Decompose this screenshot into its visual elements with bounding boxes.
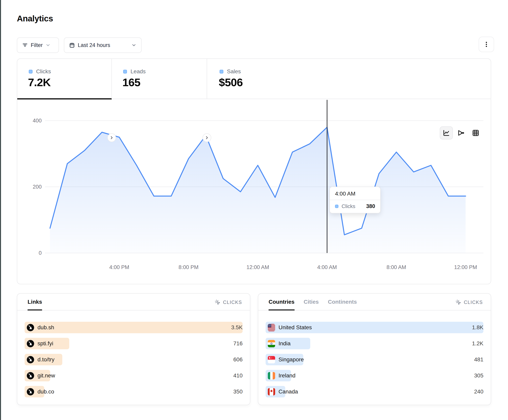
item-value: 410	[233, 370, 243, 381]
clicks-time-series-chart[interactable]: 0200400 4:00 PM8:00 PM12:00 AM4:00 AM8:0…	[17, 99, 491, 284]
stat-label: Sales	[227, 68, 241, 75]
item-label: Ireland	[278, 372, 296, 379]
links-list: dub.sh 3.5K spti.fyi 716 d.to/try 606 gi…	[17, 311, 250, 398]
y-axis-tick: 0	[39, 250, 42, 256]
flag-us-icon	[268, 324, 275, 331]
dub-logo-icon	[27, 372, 34, 379]
analytics-card: Clicks 7.2K Leads 165 Sales $506	[17, 58, 491, 284]
countries-metric-label: CLICKS	[464, 300, 483, 305]
links-panel-header: Links CLICKS	[17, 294, 250, 311]
item-label: dub.co	[37, 389, 54, 395]
countries-metric-selector[interactable]: CLICKS	[456, 299, 483, 310]
filter-button[interactable]: Filter	[17, 37, 59, 53]
stat-value: 7.2K	[28, 76, 51, 89]
item-value: 606	[233, 354, 243, 365]
dub-logo-icon	[27, 324, 34, 331]
countries-panel-header: CountriesCitiesContinents CLICKS	[258, 294, 491, 311]
tab-leads[interactable]: Leads 165	[112, 59, 207, 99]
item-label: git.new	[37, 372, 55, 379]
page-title: Analytics	[17, 14, 53, 23]
dub-logo-icon	[27, 356, 34, 363]
x-axis-tick: 4:00 AM	[317, 264, 337, 270]
item-value: 481	[474, 354, 483, 365]
list-item[interactable]: dub.sh 3.5K	[25, 322, 243, 333]
countries-list: United States 1.8K India 1.2K Singapore …	[258, 311, 491, 398]
leads-legend-square-icon	[123, 70, 127, 73]
clicks-legend-square-icon	[29, 70, 32, 73]
list-item[interactable]: India 1.2K	[266, 338, 483, 349]
stat-label: Leads	[131, 68, 146, 75]
links-panel: Links CLICKS dub.sh 3.5K spti.fyi 716 d.…	[17, 293, 250, 405]
list-item[interactable]: Singapore 481	[266, 354, 483, 365]
date-range-label: Last 24 hours	[78, 42, 110, 48]
list-item[interactable]: United States 1.8K	[266, 322, 483, 333]
sales-legend-square-icon	[220, 70, 223, 73]
chevron-down-icon	[45, 43, 51, 48]
list-item[interactable]: d.to/try 606	[25, 354, 243, 365]
item-label: Canada	[278, 389, 298, 395]
list-item[interactable]: Ireland 305	[266, 370, 483, 381]
flag-ca-icon	[268, 388, 275, 395]
cursor-click-icon	[456, 299, 461, 305]
dub-logo-icon	[27, 340, 34, 347]
area-chart-canvas: 0200400 4:00 PM8:00 PM12:00 AM4:00 AM8:0…	[17, 99, 491, 284]
kebab-menu-icon	[483, 41, 490, 48]
list-item[interactable]: dub.co 350	[25, 386, 243, 398]
item-label: dub.sh	[37, 324, 54, 331]
tooltip-time: 4:00 AM	[330, 187, 380, 200]
links-metric-selector[interactable]: CLICKS	[215, 299, 242, 310]
tab-divider	[207, 59, 207, 99]
chevron-down-icon	[131, 43, 136, 48]
list-item[interactable]: Canada 240	[266, 386, 483, 398]
tab-cities[interactable]: Cities	[304, 294, 319, 310]
tab-countries[interactable]: Countries	[269, 294, 295, 310]
tab-links[interactable]: Links	[28, 294, 42, 310]
page-left-edge-strip	[0, 0, 1, 420]
x-axis-tick: 12:00 AM	[247, 264, 269, 270]
stat-value: 165	[122, 76, 140, 89]
item-label: United States	[278, 324, 312, 331]
cursor-click-icon	[215, 299, 221, 305]
item-label: India	[278, 340, 291, 347]
expand-leads-chevron-button[interactable]	[107, 133, 116, 142]
x-axis-tick: 12:00 PM	[454, 264, 477, 270]
expand-sales-chevron-button[interactable]	[202, 133, 211, 142]
item-value: 240	[474, 386, 483, 398]
flag-sg-icon	[268, 356, 275, 363]
item-label: d.to/try	[37, 356, 54, 363]
y-axis-tick: 200	[33, 184, 42, 190]
item-value: 305	[474, 370, 483, 381]
list-item[interactable]: spti.fyi 716	[25, 338, 243, 349]
chevron-right-icon	[204, 135, 209, 140]
tab-divider	[112, 59, 112, 99]
tab-continents[interactable]: Continents	[328, 294, 357, 310]
chevron-right-icon	[109, 135, 114, 140]
item-label: Singapore	[278, 356, 304, 363]
countries-panel: CountriesCitiesContinents CLICKS United …	[258, 293, 491, 405]
tab-sales[interactable]: Sales $506	[207, 59, 318, 99]
calendar-icon	[69, 42, 75, 48]
date-range-button[interactable]: Last 24 hours	[64, 37, 142, 53]
tooltip-legend-square-icon	[335, 205, 338, 208]
x-axis-tick: 4:00 PM	[109, 264, 129, 270]
stat-tabs-row: Clicks 7.2K Leads 165 Sales $506	[17, 59, 491, 99]
tooltip-value: 380	[366, 203, 375, 210]
item-value: 1.2K	[472, 338, 483, 349]
tooltip-series-label: Clicks	[342, 203, 355, 210]
x-axis-tick: 8:00 AM	[386, 264, 406, 270]
item-value: 3.5K	[231, 322, 243, 333]
item-value: 716	[233, 338, 243, 349]
y-axis-tick: 400	[33, 118, 42, 124]
x-axis-tick: 8:00 PM	[179, 264, 199, 270]
more-options-button[interactable]	[479, 37, 494, 52]
links-metric-label: CLICKS	[223, 300, 242, 305]
flag-ie-icon	[268, 372, 275, 379]
item-value: 350	[233, 386, 243, 398]
chart-tooltip: 4:00 AM Clicks 380	[329, 187, 381, 213]
tab-clicks[interactable]: Clicks 7.2K	[17, 59, 112, 99]
dub-logo-icon	[27, 388, 34, 395]
list-item[interactable]: git.new 410	[25, 370, 243, 381]
stat-label: Clicks	[36, 68, 51, 75]
item-label: spti.fyi	[37, 340, 53, 347]
filter-button-label: Filter	[31, 42, 43, 48]
